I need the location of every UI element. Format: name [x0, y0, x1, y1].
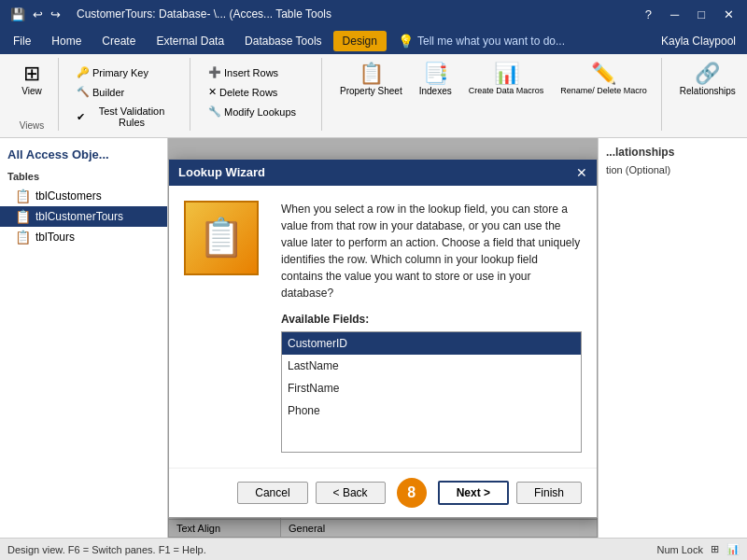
create-data-macros-icon: 📊	[494, 63, 519, 84]
title-bar-left: 💾 ↩ ↪ CustomerTours: Database- \... (Acc…	[7, 6, 331, 23]
sidebar-label-tblTours: tblTours	[35, 231, 75, 244]
redo-qat-btn[interactable]: ↪	[48, 6, 63, 23]
field-item-phone[interactable]: Phone	[282, 399, 581, 422]
menu-file[interactable]: File	[4, 31, 40, 51]
test-validation-icon: ✔	[77, 111, 85, 123]
right-panel: ...lationships tion (Optional)	[598, 138, 747, 538]
field-item-firstname[interactable]: FirstName	[282, 377, 581, 399]
primary-key-icon: 🔑	[77, 66, 90, 78]
rename-delete-macro-label: Rename/ Delete Macro	[560, 86, 647, 95]
rename-delete-macro-btn[interactable]: ✏️ Rename/ Delete Macro	[554, 60, 654, 99]
app-title: CustomerTours: Database- \... (Acces... …	[77, 7, 331, 21]
modify-lookups-btn[interactable]: 🔧 Modify Lookups	[202, 103, 314, 120]
dialog-title-bar: Lookup Wizard ✕	[169, 160, 597, 186]
minimize-btn[interactable]: ─	[665, 6, 684, 23]
menu-create[interactable]: Create	[92, 31, 145, 51]
table-icon-customers: 📋	[15, 189, 31, 203]
maximize-btn[interactable]: □	[692, 6, 711, 23]
num-lock-label: Num Lock	[656, 544, 703, 555]
create-data-macros-btn[interactable]: 📊 Create Data Macros	[462, 60, 551, 99]
insert-rows-icon: ➕	[208, 66, 221, 78]
status-text: Design view. F6 = Switch panes. F1 = Hel…	[7, 544, 206, 555]
wizard-graphic: 📋	[198, 216, 245, 259]
dialog-overlay: Lookup Wizard ✕ 📋 When you select a row …	[168, 138, 598, 538]
indexes-btn[interactable]: 📑 Indexes	[413, 60, 458, 100]
test-validation-btn[interactable]: ✔ Test Validation Rules	[70, 103, 182, 131]
finish-btn[interactable]: Finish	[516, 482, 582, 504]
back-btn[interactable]: < Back	[316, 482, 386, 504]
right-panel-title: ...lationships	[602, 142, 743, 162]
view-icon-1[interactable]: ⊞	[711, 543, 719, 555]
ribbon-group-views: ⊞ View Views	[6, 58, 59, 131]
status-right: Num Lock ⊞ 📊	[656, 543, 740, 555]
title-bar-controls: ? ─ □ ✕	[640, 6, 740, 23]
insert-rows-label: Insert Rows	[224, 67, 278, 78]
view-icon-2[interactable]: 📊	[726, 543, 740, 555]
relationships-icon: 🔗	[695, 63, 720, 84]
modify-lookups-label: Modify Lookups	[224, 106, 296, 118]
property-sheet-btn[interactable]: 📋 Property Sheet	[333, 60, 409, 100]
rename-delete-macro-icon: ✏️	[591, 63, 616, 84]
lookup-wizard-dialog: Lookup Wizard ✕ 📋 When you select a row …	[168, 159, 598, 518]
relationships-buttons: 🔗 Relationships 📦 Object Dependencies	[673, 60, 747, 100]
dialog-icon-area: 📋	[184, 201, 268, 453]
test-validation-label: Test Validation Rules	[88, 105, 176, 128]
menu-external-data[interactable]: External Data	[147, 31, 233, 51]
insert-rows-btn[interactable]: ➕ Insert Rows	[202, 63, 314, 81]
help-btn[interactable]: ?	[640, 6, 657, 23]
close-btn[interactable]: ✕	[718, 6, 740, 23]
views-group-label: Views	[20, 119, 45, 131]
available-fields-label: Available Fields:	[281, 311, 582, 328]
help-placeholder: Tell me what you want to do...	[417, 35, 565, 48]
menu-bar: File Home Create External Data Database …	[0, 28, 747, 54]
undo-qat-btn[interactable]: ↩	[30, 6, 46, 23]
primary-key-btn[interactable]: 🔑 Primary Key	[70, 63, 182, 81]
builder-label: Builder	[92, 87, 124, 98]
cancel-btn[interactable]: Cancel	[237, 482, 307, 504]
user-name: Kayla Claypool	[661, 35, 736, 48]
relationships-label: Relationships	[680, 86, 736, 96]
dialog-text-area: When you select a row in the lookup fiel…	[281, 201, 582, 453]
relationships-btn[interactable]: 🔗 Relationships	[673, 60, 742, 100]
sidebar-title: All Access Obje...	[0, 144, 167, 167]
right-panel-subtitle: tion (Optional)	[602, 162, 743, 177]
next-btn[interactable]: Next >	[438, 481, 509, 505]
builder-btn[interactable]: 🔨 Builder	[70, 83, 182, 101]
menu-home[interactable]: Home	[42, 31, 91, 51]
table-icon-tours: 📋	[15, 230, 31, 245]
content-area: to 64 characters long, including spaces.…	[168, 138, 598, 538]
help-icon: 💡	[398, 34, 414, 49]
menu-design[interactable]: Design	[333, 31, 387, 51]
ribbon-group-relationships: 🔗 Relationships 📦 Object Dependencies	[666, 58, 747, 131]
delete-rows-icon: ✕	[208, 86, 217, 98]
menu-database-tools[interactable]: Database Tools	[235, 31, 331, 51]
create-data-macros-label: Create Data Macros	[469, 86, 544, 95]
ribbon: ⊞ View Views 🔑 Primary Key 🔨 Builder ✔ T…	[0, 54, 747, 138]
macros-buttons: 📋 Property Sheet 📑 Indexes 📊 Create Data…	[333, 60, 654, 100]
field-item-customerid[interactable]: CustomerID	[282, 332, 581, 355]
modify-lookups-icon: 🔧	[208, 105, 221, 118]
indexes-label: Indexes	[419, 86, 452, 96]
builder-icon: 🔨	[77, 86, 90, 98]
indexes-icon: 📑	[423, 63, 448, 84]
delete-rows-label: Delete Rows	[219, 87, 277, 98]
view-btn[interactable]: ⊞ View	[13, 60, 50, 100]
rows-small-group: ➕ Insert Rows ✕ Delete Rows 🔧 Modify Loo…	[202, 63, 314, 120]
sidebar-item-tblCustomers[interactable]: 📋 tblCustomers	[0, 186, 167, 206]
ribbon-group-rows: ➕ Insert Rows ✕ Delete Rows 🔧 Modify Loo…	[194, 58, 322, 131]
delete-rows-btn[interactable]: ✕ Delete Rows	[202, 83, 314, 101]
dialog-body: 📋 When you select a row in the lookup fi…	[169, 186, 597, 468]
view-label: View	[21, 86, 42, 96]
field-item-lastname[interactable]: LastName	[282, 355, 581, 377]
fields-list[interactable]: CustomerID LastName FirstName Phone	[281, 331, 582, 453]
views-buttons: ⊞ View	[13, 60, 50, 100]
dialog-close-btn[interactable]: ✕	[576, 165, 587, 180]
save-qat-btn[interactable]: 💾	[7, 6, 28, 23]
dialog-title: Lookup Wizard	[178, 165, 265, 179]
primary-key-label: Primary Key	[92, 67, 148, 78]
tools-small-group: 🔑 Primary Key 🔨 Builder ✔ Test Validatio…	[70, 63, 182, 131]
dialog-footer: Cancel < Back 8 Next > Finish	[169, 468, 597, 517]
sidebar-item-tblCustomerTours[interactable]: 📋 tblCustomerTours	[0, 206, 167, 227]
sidebar-item-tblTours[interactable]: 📋 tblTours	[0, 227, 167, 247]
quick-access-toolbar: 💾 ↩ ↪	[7, 6, 63, 23]
